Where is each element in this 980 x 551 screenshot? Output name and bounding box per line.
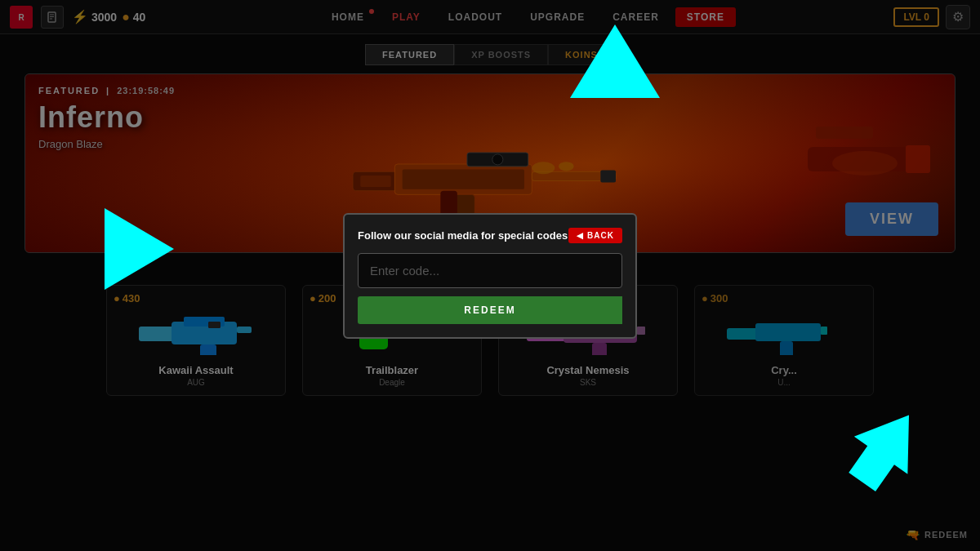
modal-back-button[interactable]: ◀ BACK xyxy=(568,228,622,243)
code-input[interactable] xyxy=(358,253,622,288)
redeem-modal: Follow our social media for special code… xyxy=(343,213,637,339)
modal-title: Follow our social media for special code… xyxy=(358,229,568,242)
modal-overlay: Follow our social media for special code… xyxy=(0,0,980,551)
back-label: BACK xyxy=(587,231,614,240)
modal-buttons: REDEEM xyxy=(358,296,622,324)
redeem-button[interactable]: REDEEM xyxy=(358,296,622,324)
modal-header: Follow our social media for special code… xyxy=(358,228,622,243)
back-arrow-icon: ◀ xyxy=(577,231,584,240)
